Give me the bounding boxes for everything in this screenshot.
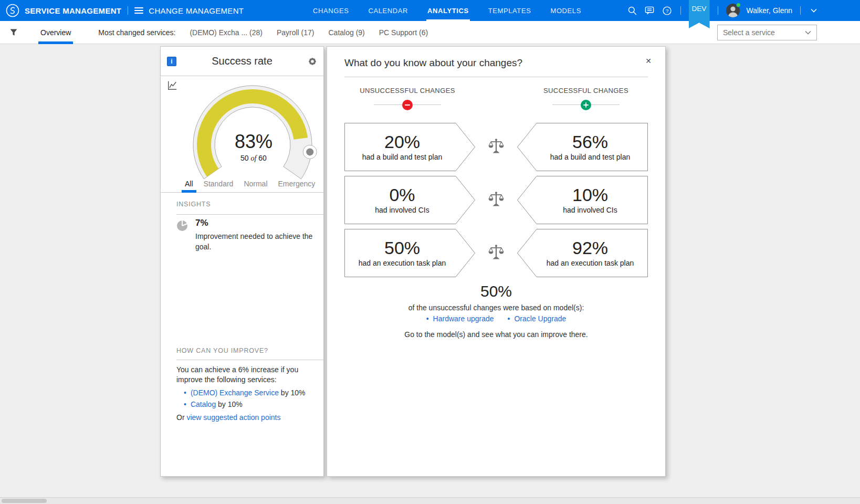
improve-heading: HOW CAN YOU IMPROVE? bbox=[176, 347, 268, 354]
summary-footer: Go to the model(s) and see what you can … bbox=[327, 330, 665, 339]
stat-label: had a build and test plan bbox=[362, 153, 443, 161]
list-item: •Hardware upgrade bbox=[426, 314, 494, 323]
service-link-demo-exchange[interactable]: (DEMO) Excha ... (28) bbox=[190, 28, 262, 37]
list-item: •(DEMO) Exchange Service by 10% bbox=[184, 387, 306, 398]
divider bbox=[344, 77, 648, 77]
info-icon[interactable]: i bbox=[167, 57, 176, 66]
summary-value: 50% bbox=[327, 283, 665, 300]
gauge-target-marker bbox=[303, 145, 317, 159]
insight-value: 7% bbox=[195, 218, 208, 228]
topbar-right-cluster: ? DEV Walker, Glenn bbox=[627, 0, 819, 21]
stat-label: had an execution task plan bbox=[547, 259, 634, 267]
summary-text: of the unsuccessful changes were based o… bbox=[327, 303, 665, 312]
search-icon[interactable] bbox=[627, 5, 638, 16]
nav-tab-models[interactable]: MODELS bbox=[550, 0, 581, 21]
changes-card-title: What do you know about your changes? bbox=[344, 57, 522, 69]
divider bbox=[718, 6, 718, 15]
line-chart-icon[interactable] bbox=[167, 80, 177, 91]
pie-chart-icon bbox=[176, 220, 188, 234]
tab-overview[interactable]: Overview bbox=[39, 21, 72, 44]
successful-stat-box: 92%had an execution task plan bbox=[517, 229, 648, 276]
improve-link-catalog[interactable]: Catalog bbox=[191, 400, 216, 408]
service-link-payroll[interactable]: Payroll (17) bbox=[277, 28, 314, 37]
close-icon[interactable]: ✕ bbox=[645, 57, 652, 65]
analytics-subheader: Overview Most changed services: (DEMO) E… bbox=[0, 21, 860, 44]
hamburger-menu-icon[interactable] bbox=[134, 7, 143, 14]
improve-list: •(DEMO) Exchange Service by 10% •Catalog… bbox=[184, 387, 306, 410]
success-rate-header: i Success rate bbox=[161, 47, 323, 76]
presence-indicator bbox=[736, 3, 741, 7]
svg-text:?: ? bbox=[666, 8, 669, 14]
filter-icon[interactable] bbox=[9, 28, 18, 37]
comparison-rows: 20%had a build and test plan 56%had a bu… bbox=[344, 123, 648, 282]
service-management-logo-icon bbox=[6, 4, 19, 17]
select-service-dropdown[interactable]: Select a service bbox=[717, 25, 817, 40]
module-title: CHANGE MANAGEMENT bbox=[149, 6, 244, 15]
nav-tab-analytics[interactable]: ANALYTICS bbox=[427, 0, 469, 21]
bullet: • bbox=[426, 314, 429, 323]
gauge-count: 50 of 60 bbox=[240, 154, 267, 163]
or-prefix: Or bbox=[176, 413, 186, 422]
improve-suffix: by 10% bbox=[216, 400, 243, 408]
horizontal-scrollbar[interactable] bbox=[0, 497, 860, 504]
model-link-hardware-upgrade[interactable]: Hardware upgrade bbox=[433, 314, 494, 323]
divider bbox=[800, 6, 801, 15]
bullet: • bbox=[508, 314, 510, 323]
divider bbox=[680, 6, 681, 15]
list-item: •Catalog by 10% bbox=[184, 398, 306, 410]
balance-scale-icon bbox=[476, 191, 517, 208]
success-rate-card: i Success rate 83% 50 of 60 All Standard… bbox=[160, 46, 324, 477]
balance-scale-icon bbox=[476, 138, 517, 155]
stat-value: 56% bbox=[572, 132, 608, 152]
gauge-value: 83% bbox=[235, 131, 272, 153]
chat-icon[interactable] bbox=[645, 5, 655, 16]
divider bbox=[176, 214, 323, 215]
success-rate-title: Success rate bbox=[176, 55, 308, 67]
service-link-catalog[interactable]: Catalog (9) bbox=[329, 28, 365, 37]
user-avatar[interactable] bbox=[726, 4, 740, 17]
nav-tab-changes[interactable]: CHANGES bbox=[313, 0, 349, 21]
nav-tab-calendar[interactable]: CALENDAR bbox=[369, 0, 408, 21]
model-links: •Hardware upgrade •Oracle Upgrade bbox=[327, 314, 665, 323]
gear-icon[interactable] bbox=[308, 57, 317, 66]
unsuccessful-badge-row bbox=[331, 99, 484, 111]
most-changed-services-label: Most changed services: bbox=[98, 28, 175, 37]
unsuccessful-column-header: UNSUCCESSFUL CHANGES bbox=[331, 87, 484, 94]
view-suggested-action-points-link[interactable]: view suggested action points bbox=[186, 413, 280, 422]
tab-standard[interactable]: Standard bbox=[204, 175, 234, 193]
balance-scale-icon bbox=[476, 244, 517, 261]
changes-insight-card: What do you know about your changes? ✕ U… bbox=[327, 46, 666, 477]
list-item: •Oracle Upgrade bbox=[508, 314, 567, 323]
stat-value: 92% bbox=[572, 238, 608, 258]
improve-text: You can achieve a 6% increase if you imp… bbox=[176, 365, 318, 385]
tab-normal[interactable]: Normal bbox=[244, 175, 267, 193]
stat-label: had involved CIs bbox=[375, 206, 429, 214]
successful-stat-box: 10%had involved CIs bbox=[517, 176, 648, 223]
successful-stat-box: 56%had a build and test plan bbox=[517, 123, 648, 170]
user-menu-chevron-down-icon[interactable] bbox=[809, 5, 819, 16]
user-name[interactable]: Walker, Glenn bbox=[747, 6, 792, 15]
suggested-actions-line: Or view suggested action points bbox=[176, 413, 280, 422]
top-navigation-bar: SERVICE MANAGEMENT CHANGE MANAGEMENT CHA… bbox=[0, 0, 860, 21]
bullet: • bbox=[184, 400, 186, 408]
bullet: • bbox=[184, 388, 186, 397]
tab-emergency[interactable]: Emergency bbox=[278, 175, 316, 193]
insight-text: Improvement needed to achieve the goal. bbox=[195, 231, 313, 252]
unsuccessful-stat-box: 50%had an execution task plan bbox=[344, 229, 476, 276]
comparison-row: 20%had a build and test plan 56%had a bu… bbox=[344, 123, 648, 170]
help-icon[interactable]: ? bbox=[662, 5, 673, 16]
stat-value: 0% bbox=[389, 185, 415, 205]
successful-column-header: SUCCESSFUL CHANGES bbox=[510, 87, 662, 94]
improve-link-exchange[interactable]: (DEMO) Exchange Service bbox=[191, 388, 279, 397]
stat-value: 10% bbox=[572, 185, 608, 205]
tab-all[interactable]: All bbox=[185, 175, 193, 193]
improve-suffix: by 10% bbox=[279, 388, 306, 397]
model-link-oracle-upgrade[interactable]: Oracle Upgrade bbox=[514, 314, 566, 323]
unsuccessful-stat-box: 0%had involved CIs bbox=[344, 176, 476, 223]
primary-nav: CHANGES CALENDAR ANALYTICS TEMPLATES MOD… bbox=[313, 0, 581, 21]
divider bbox=[128, 6, 128, 15]
service-link-pc-support[interactable]: PC Support (6) bbox=[379, 28, 428, 37]
scrollbar-thumb[interactable] bbox=[2, 499, 47, 503]
divider bbox=[176, 360, 323, 360]
nav-tab-templates[interactable]: TEMPLATES bbox=[488, 0, 531, 21]
